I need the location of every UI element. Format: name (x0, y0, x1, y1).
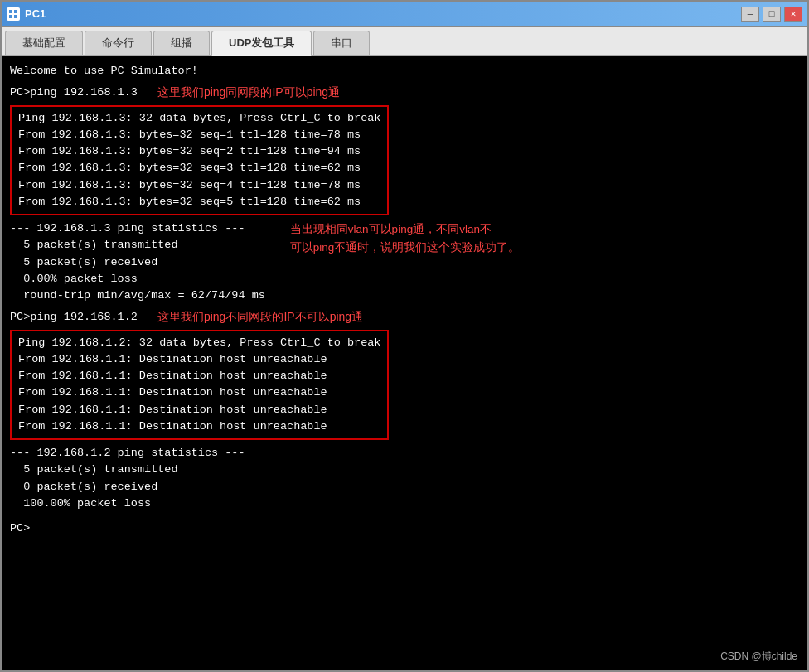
ping1-line-5: From 192.168.1.3: bytes=32 seq=5 ttl=128… (18, 194, 380, 210)
ping1-stat-1: 5 packet(s) transmitted (10, 237, 265, 254)
tab-basic-config[interactable]: 基础配置 (5, 31, 83, 55)
window-icon (7, 7, 20, 21)
ping2-stats-block: --- 192.168.1.2 ping statistics --- 5 pa… (10, 445, 799, 512)
ping1-line-4: From 192.168.1.3: bytes=32 seq=4 ttl=128… (18, 177, 380, 194)
svg-rect-2 (9, 15, 12, 18)
title-bar-left: PC1 (7, 7, 46, 21)
minimize-button[interactable]: — (741, 7, 759, 22)
ping1-stats-block: --- 192.168.1.3 ping statistics --- 5 pa… (10, 220, 265, 304)
tab-command-line[interactable]: 命令行 (85, 31, 152, 55)
title-bar: PC1 — □ ✕ (2, 2, 807, 27)
ping1-line-3: From 192.168.1.3: bytes=32 seq=3 ttl=128… (18, 160, 380, 176)
ping2-annotation: 这里我们ping不同网段的IP不可以ping通 (157, 310, 363, 325)
ping1-line-2: From 192.168.1.3: bytes=32 seq=2 ttl=128… (18, 143, 380, 160)
ping2-line-1: From 192.168.1.1: Destination host unrea… (18, 351, 380, 368)
tab-multicast[interactable]: 组播 (153, 31, 210, 55)
ping1-line-0: Ping 192.168.1.3: 32 data bytes, Press C… (18, 110, 380, 127)
ping1-cmd: PC>ping 192.168.1.3 (10, 85, 138, 101)
welcome-line: Welcome to use PC Simulator! (10, 63, 799, 80)
ping2-line-4: From 192.168.1.1: Destination host unrea… (18, 402, 380, 418)
ping1-line-1: From 192.168.1.3: bytes=32 seq=1 ttl=128… (18, 127, 380, 143)
ping2-stat-3: 100.00% packet loss (10, 496, 799, 512)
ping1-annotation: 这里我们ping同网段的IP可以ping通 (157, 85, 340, 100)
ping2-line-3: From 192.168.1.1: Destination host unrea… (18, 384, 380, 401)
ping2-line-2: From 192.168.1.1: Destination host unrea… (18, 368, 380, 384)
ping1-stats-row: --- 192.168.1.3 ping statistics --- 5 pa… (10, 220, 799, 304)
watermark: CSDN @博childe (720, 650, 797, 664)
window-title: PC1 (25, 7, 46, 20)
window-controls: — □ ✕ (741, 7, 802, 22)
close-button[interactable]: ✕ (784, 7, 802, 22)
window: PC1 — □ ✕ 基础配置 命令行 组播 UDP发包工具 串口 Welcome… (0, 0, 809, 672)
ping2-cmd: PC>ping 192.168.1.2 (10, 309, 138, 326)
svg-rect-0 (9, 10, 12, 13)
ping2-output-box: Ping 192.168.1.2: 32 data bytes, Press C… (10, 330, 389, 441)
ping1-stat-0: --- 192.168.1.3 ping statistics --- (10, 220, 265, 237)
ping2-stat-0: --- 192.168.1.2 ping statistics --- (10, 445, 799, 462)
ping2-cmd-row: PC>ping 192.168.1.2 这里我们ping不同网段的IP不可以pi… (10, 309, 799, 326)
ping1-cmd-row: PC>ping 192.168.1.3 这里我们ping同网段的IP可以ping… (10, 85, 799, 101)
ping1-output-box: Ping 192.168.1.3: 32 data bytes, Press C… (10, 105, 389, 216)
ping2-stat-2: 0 packet(s) received (10, 479, 799, 496)
tab-bar: 基础配置 命令行 组播 UDP发包工具 串口 (2, 27, 807, 56)
ping2-stat-1: 5 packet(s) transmitted (10, 462, 799, 478)
ping2-line-0: Ping 192.168.1.2: 32 data bytes, Press C… (18, 335, 380, 351)
maximize-button[interactable]: □ (763, 7, 781, 22)
terminal-container: Welcome to use PC Simulator! PC>ping 192… (2, 56, 807, 670)
svg-rect-1 (14, 10, 17, 13)
terminal-prompt-end: PC> (10, 520, 799, 537)
ping2-line-5: From 192.168.1.1: Destination host unrea… (18, 418, 380, 435)
tab-serial[interactable]: 串口 (313, 31, 370, 55)
svg-rect-3 (14, 15, 17, 18)
ping1-stat-2: 5 packet(s) received (10, 254, 265, 271)
ping1-stat-3: 0.00% packet loss (10, 271, 265, 288)
ping1-stat-4: round-trip min/avg/max = 62/74/94 ms (10, 288, 265, 304)
tab-udp-tool[interactable]: UDP发包工具 (211, 31, 312, 56)
ping1-stats-annotation: 当出现相同vlan可以ping通，不同vlan不 可以ping不通时，说明我们这… (290, 220, 521, 256)
